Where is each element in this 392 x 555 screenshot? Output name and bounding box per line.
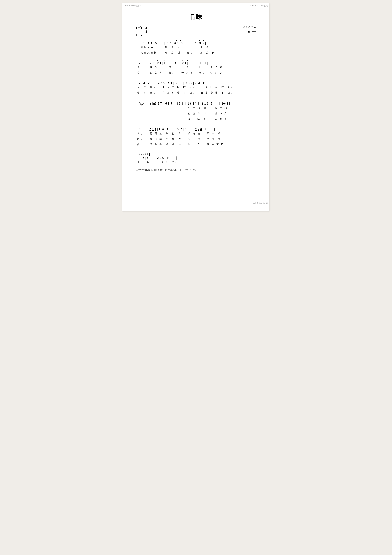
watermark-top-right: www.ktv8.com 词曲网 [250, 5, 268, 7]
header-section: 1=#G 3 8 ♩= 144 刘瓦磴 作词 小 弩 作曲 [135, 24, 257, 38]
watermark-bottom-right: 本曲谱源自 词曲网 [253, 202, 268, 204]
score-row-2: 2· | 6 1 | 2 1 | 1· | 3 5 | 2 1 | 5· | 1… [137, 61, 255, 74]
coda-bracket: 结束句 渐慢 [137, 153, 150, 156]
notes-line-4: ╲1· :‖:(3 5 7 | 6 3 5 | 3 5 3 | 1 6 1 ) … [137, 101, 255, 106]
score-row-3: 7 3 | 5· | 2 3 5 | 2 1 | 3· | 2 3 5 | 2 … [137, 80, 255, 94]
lyrics-2b: 往。 也 是 向 往。 一 路 风 雨， 有 多 少 [137, 71, 255, 74]
time-numerator: 3 [145, 26, 147, 30]
lyrics-3b: 错 不 开， 有 多 少 遇 不 上。 有 多 少 遇 不 上。 [137, 91, 255, 95]
notes-line-2: 2· | 6 1 | 2 1 | 1· | 3 5 | 2 1 | 5· | 1… [137, 61, 255, 66]
score-row-6: 结束句 渐慢 5 2 | 3· | 2 2 6 | 1· ‖ 生 命 不 慌 不… [137, 153, 255, 164]
notes-line-6: 5 2 | 3· | 2 2 6 | 1· ‖ [137, 156, 255, 160]
notes-line-3: 7 3 | 5· | 2 3 5 | 2 1 | 3· | 2 3 5 | 2 … [137, 80, 255, 85]
lyrics-3a: 是 景 象， 不 变 的 是 时 光。 不 变 的 是 时 光。 [137, 85, 255, 89]
coda-label: 结束句 [139, 153, 144, 155]
page-title: 品味 [135, 13, 257, 21]
notes-line-1: 3 1 | 3 6 | 5· | 5 3 | 6 5 | 5· | 6 1 | … [137, 41, 255, 46]
lyrics-4a: 拐 过 的 弯， 撞 过 的 [188, 106, 228, 110]
key-tempo: 1=#G 3 8 ♩= 144 [135, 24, 147, 38]
lyricist: 刘瓦磴 作词 [243, 24, 257, 29]
lyrics-4-container: 拐 过 的 弯， 撞 过 的 磕 磕 绊 绊， 虚 惊 几 倒 一 杯 茶， 水… [137, 106, 255, 121]
ritard-label: 渐慢 [144, 153, 148, 155]
page: www.ktv8.com 词曲网 www.ktv8.com 词曲网 品味 1=#… [122, 3, 270, 211]
notes-line-5: 5· | 2 2 3 | 1 6 | 3· | 5 2 | 3· | 2 2 6… [137, 127, 255, 132]
lyrics-5a: 墙， 再 回 过 头 打 量， 没 有 啥 不 一 样。 [137, 132, 255, 135]
composer-info: 刘瓦磴 作词 小 弩 作曲 [243, 24, 257, 35]
time-signature: 3 8 [145, 26, 147, 33]
lyrics-4c: 倒 一 杯 茶， 水 有 些 [188, 117, 228, 121]
score-row-1: 3 1 | 3 6 | 5· | 5 3 | 6 5 | 5· | 6 1 | … [137, 41, 255, 55]
tempo-line: ♩= 144 [135, 33, 147, 38]
lyrics-6a: 生 命 不 慌 不 忙。 [137, 160, 255, 164]
composer-name: 小 弩 作曲 [243, 29, 257, 35]
key-line: 1=#G 3 8 [135, 24, 147, 33]
lyrics-5c: 烫， 学 着 慢 慢 品 味， 生 命 不 慌 不 忙。 [137, 143, 255, 146]
lyrics-4b: 磕 磕 绊 绊， 虚 惊 几 [188, 112, 228, 115]
lyrics-4-group: 拐 过 的 弯， 撞 过 的 磕 磕 绊 绊， 虚 惊 几 倒 一 杯 茶， 水… [188, 106, 228, 121]
lyrics-2a: 亮。 也 是 月 亮。 日 复 一 日， 变 了 的 [137, 66, 255, 69]
time-denominator: 8 [145, 30, 147, 33]
watermark-top-left: www.ktv8.com 词曲网 [124, 5, 142, 7]
lyrics-5b: 场， 最 寂 寞 的 地 方， 依 旧 熙 熙 攘 攘。 [137, 137, 255, 141]
key-one: 1=#G [135, 24, 144, 31]
tempo-value: ♩= 144 [135, 34, 143, 37]
lyrics-1a: 1.升起又落下， 那 是 太 阳， 也 是 月 [137, 45, 255, 49]
score-row-4: ╲1· :‖:(3 5 7 | 6 3 5 | 3 5 3 | 1 6 1 ) … [137, 101, 255, 121]
score-row-5: 5· | 2 2 3 | 1 6 | 3· | 5 2 | 3· | 2 2 6… [137, 127, 255, 146]
score-area: 3 1 | 3 6 | 5· | 5 3 | 6 5 | 5· | 6 1 | … [135, 41, 257, 164]
lyrics-1b: 2.短暂又漫长， 那 是 过 往， 也 是 向 [137, 51, 255, 55]
footer-text: 用JPWORD软件排版制谱。扫二维码听音频。2021.11.25 [135, 169, 257, 172]
